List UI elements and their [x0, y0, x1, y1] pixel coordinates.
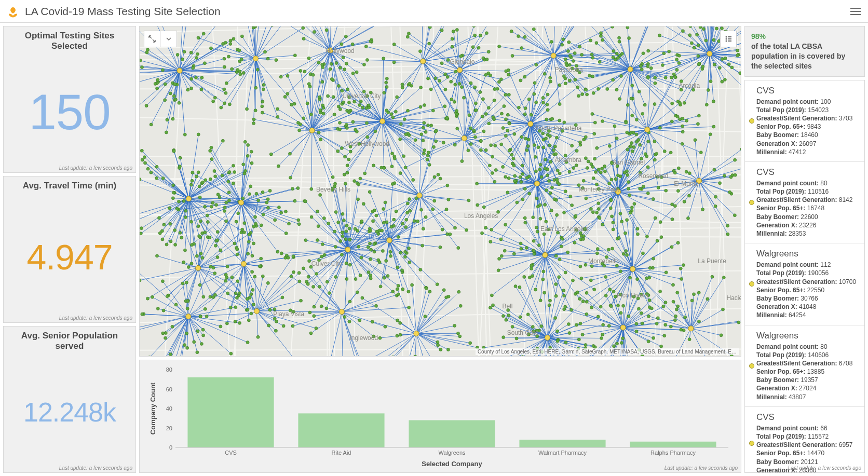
map-expand-button[interactable] — [144, 31, 160, 47]
svg-point-1803 — [303, 70, 306, 73]
svg-point-3203 — [581, 333, 584, 336]
svg-point-2412 — [191, 179, 194, 182]
svg-point-2350 — [219, 249, 222, 252]
svg-point-2268 — [520, 135, 523, 139]
svg-point-2622 — [608, 182, 611, 185]
svg-point-2345 — [631, 114, 634, 117]
svg-point-2456 — [223, 206, 226, 209]
svg-text:CVS: CVS — [225, 450, 237, 456]
svg-point-2697 — [687, 194, 690, 197]
svg-point-2872 — [419, 268, 422, 271]
svg-point-3155 — [514, 285, 517, 288]
svg-point-3150 — [505, 318, 508, 321]
svg-point-1889 — [611, 26, 614, 28]
svg-point-2411 — [180, 236, 183, 239]
svg-point-3026 — [174, 303, 178, 306]
site-list-item[interactable]: CVSDemand point count: 100Total Pop (201… — [745, 80, 864, 162]
svg-point-2533 — [586, 167, 589, 170]
site-list-item[interactable]: CVSDemand point count: 66Total Pop (2019… — [745, 407, 864, 472]
svg-point-2867 — [360, 220, 363, 223]
svg-point-2007 — [712, 100, 715, 103]
svg-point-3291 — [238, 200, 243, 205]
svg-point-1703 — [145, 51, 148, 54]
svg-point-2676 — [639, 187, 642, 190]
site-list-scroll[interactable]: CVSDemand point count: 100Total Pop (201… — [745, 80, 864, 472]
svg-point-2703 — [175, 207, 179, 210]
svg-point-1969 — [606, 87, 609, 90]
svg-point-2660 — [620, 220, 623, 223]
svg-point-2296 — [508, 149, 511, 152]
svg-point-2390 — [171, 197, 174, 200]
svg-point-2360 — [157, 216, 160, 220]
svg-text:Playa Vista: Playa Vista — [273, 310, 304, 318]
map-canvas[interactable]: HollywoodGlendalePasadenaArcadiaBeverly … — [140, 26, 741, 356]
svg-text:Beverly Hills: Beverly Hills — [316, 186, 350, 193]
svg-point-2508 — [393, 157, 396, 160]
svg-point-2438 — [227, 199, 230, 202]
svg-point-1835 — [444, 88, 447, 91]
svg-point-2338 — [658, 126, 661, 129]
svg-point-2709 — [240, 231, 243, 234]
svg-point-3180 — [554, 317, 557, 320]
svg-point-2913 — [539, 299, 542, 302]
svg-point-3085 — [378, 261, 381, 264]
svg-point-1873 — [459, 55, 463, 58]
svg-point-2265 — [501, 166, 505, 169]
svg-point-2646 — [614, 178, 617, 181]
bar-chart[interactable]: 020406080CVSRite AidWalgreensWalmart Pha… — [147, 364, 734, 469]
svg-point-2860 — [348, 238, 351, 241]
bar-Ralphs Pharmacy[interactable] — [630, 442, 716, 447]
svg-point-2088 — [277, 165, 280, 168]
svg-point-3197 — [638, 307, 641, 310]
svg-point-1687 — [173, 83, 177, 86]
svg-point-3183 — [543, 291, 546, 294]
svg-point-3046 — [226, 292, 229, 295]
svg-point-1753 — [240, 35, 243, 38]
svg-point-2918 — [497, 269, 500, 272]
site-list-item[interactable]: WalgreensDemand point count: 112Total Po… — [745, 243, 864, 325]
map-legend-button[interactable] — [720, 31, 737, 47]
svg-point-1918 — [520, 47, 523, 50]
dashboard-grid: Optimal Testing Sites Selected 150 Last … — [0, 23, 868, 476]
svg-point-3007 — [181, 282, 184, 285]
svg-point-2383 — [197, 171, 200, 174]
svg-point-2990 — [664, 301, 667, 304]
svg-point-2228 — [469, 81, 472, 85]
stat-value: 12.248k — [23, 352, 116, 472]
svg-point-1989 — [671, 102, 674, 105]
bar-CVS[interactable] — [187, 377, 274, 447]
bar-Walgreens[interactable] — [409, 420, 495, 448]
svg-point-3047 — [261, 275, 264, 278]
svg-point-2977 — [652, 257, 655, 260]
svg-point-2398 — [150, 171, 153, 174]
svg-point-1906 — [523, 35, 526, 38]
svg-point-2551 — [523, 187, 526, 191]
svg-point-2950 — [626, 253, 629, 256]
svg-point-2467 — [248, 193, 251, 196]
site-list-item[interactable]: CVSDemand point count: 80Total Pop (2019… — [745, 162, 864, 243]
svg-point-2496 — [446, 184, 449, 187]
svg-point-1714 — [223, 57, 226, 60]
svg-point-2386 — [140, 149, 143, 152]
svg-point-2509 — [433, 175, 436, 179]
svg-point-2441 — [204, 205, 207, 208]
svg-point-1964 — [675, 58, 679, 61]
svg-point-2217 — [484, 148, 487, 152]
svg-point-2685 — [676, 189, 680, 193]
map-panel[interactable]: HollywoodGlendalePasadenaArcadiaBeverly … — [139, 26, 741, 357]
svg-point-2590 — [545, 137, 548, 140]
map-dropdown-button[interactable] — [160, 31, 177, 47]
svg-point-3199 — [660, 345, 663, 348]
svg-point-2463 — [250, 150, 253, 153]
bar-Rite Aid[interactable] — [298, 413, 384, 447]
bar-Walmart Pharmacy[interactable] — [519, 440, 605, 447]
app-logo-icon — [6, 5, 20, 18]
site-list-item[interactable]: WalgreensDemand point count: 80Total Pop… — [745, 325, 864, 407]
svg-point-1816 — [353, 100, 356, 103]
svg-point-2877 — [405, 211, 409, 214]
svg-point-2905 — [589, 207, 592, 210]
svg-point-2621 — [581, 237, 585, 240]
svg-point-2525 — [569, 195, 572, 198]
svg-point-2625 — [636, 233, 639, 236]
menu-icon[interactable] — [849, 5, 862, 18]
